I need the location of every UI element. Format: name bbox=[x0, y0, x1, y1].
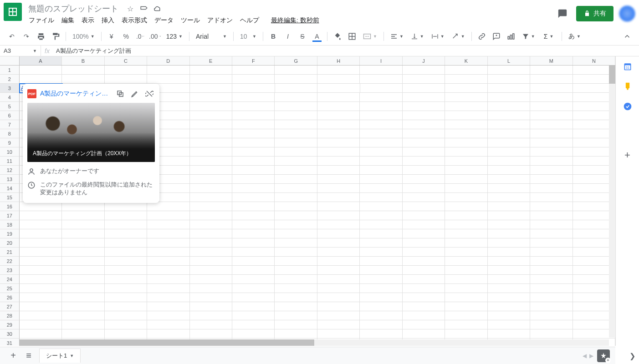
col-header-N[interactable]: N bbox=[573, 56, 615, 65]
cell-D18[interactable] bbox=[147, 220, 189, 229]
cell-L7[interactable] bbox=[488, 120, 530, 129]
cell-B26[interactable] bbox=[62, 293, 104, 302]
cell-E5[interactable] bbox=[190, 102, 232, 111]
last-edit[interactable]: 最終編集: 数秒前 bbox=[268, 15, 322, 26]
cell-F28[interactable] bbox=[232, 311, 275, 320]
cell-G21[interactable] bbox=[275, 248, 317, 257]
cell-A28[interactable] bbox=[20, 311, 62, 320]
cell-G27[interactable] bbox=[275, 302, 317, 311]
menu-edit[interactable]: 編集 bbox=[58, 15, 77, 26]
tasks-icon[interactable] bbox=[623, 102, 632, 111]
menu-view[interactable]: 表示 bbox=[78, 15, 97, 26]
cell-J12[interactable] bbox=[403, 166, 445, 175]
side-panel-collapse-button[interactable]: ❯ bbox=[629, 352, 635, 360]
row-header-24[interactable]: 24 bbox=[0, 275, 20, 284]
cell-H23[interactable] bbox=[317, 266, 360, 275]
merge-button[interactable]: ▼ bbox=[360, 30, 380, 43]
cell-C30[interactable] bbox=[105, 329, 147, 339]
cell-A29[interactable] bbox=[20, 320, 62, 329]
cell-L3[interactable] bbox=[488, 84, 530, 93]
cell-I26[interactable] bbox=[360, 293, 402, 302]
row-header-15[interactable]: 15 bbox=[0, 193, 20, 202]
cell-K20[interactable] bbox=[445, 238, 487, 248]
cell-L19[interactable] bbox=[488, 229, 530, 238]
cell-M20[interactable] bbox=[530, 238, 573, 248]
redo-button[interactable]: ↷ bbox=[20, 30, 33, 43]
cell-M8[interactable] bbox=[530, 129, 573, 138]
cell-C17[interactable] bbox=[105, 211, 147, 220]
rotate-button[interactable]: ▼ bbox=[449, 30, 468, 43]
cell-F9[interactable] bbox=[232, 138, 275, 147]
cell-D26[interactable] bbox=[147, 293, 189, 302]
vertical-scrollbar[interactable] bbox=[609, 66, 615, 338]
account-avatar[interactable] bbox=[619, 5, 635, 22]
row-header-2[interactable]: 2 bbox=[0, 75, 20, 84]
cell-H11[interactable] bbox=[317, 157, 360, 166]
italic-button[interactable]: I bbox=[281, 30, 294, 43]
cell-J10[interactable] bbox=[403, 147, 445, 157]
cell-K17[interactable] bbox=[445, 211, 487, 220]
cell-F23[interactable] bbox=[232, 266, 275, 275]
cell-A1[interactable] bbox=[20, 66, 62, 75]
cell-M7[interactable] bbox=[530, 120, 573, 129]
cell-F11[interactable] bbox=[232, 157, 275, 166]
cell-A2[interactable] bbox=[20, 75, 62, 84]
row-header-7[interactable]: 7 bbox=[0, 120, 20, 129]
cell-D27[interactable] bbox=[147, 302, 189, 311]
cell-F22[interactable] bbox=[232, 257, 275, 266]
collapse-toolbar-button[interactable] bbox=[621, 30, 634, 43]
cell-B28[interactable] bbox=[62, 311, 104, 320]
copy-link-button[interactable] bbox=[115, 88, 126, 99]
cell-H1[interactable] bbox=[317, 66, 360, 75]
cell-K21[interactable] bbox=[445, 248, 487, 257]
cell-K16[interactable] bbox=[445, 202, 487, 211]
increase-decimal-button[interactable]: .00→ bbox=[149, 30, 162, 43]
cell-L13[interactable] bbox=[488, 175, 530, 184]
cell-G7[interactable] bbox=[275, 120, 317, 129]
row-header-14[interactable]: 14 bbox=[0, 184, 20, 193]
cell-E12[interactable] bbox=[190, 166, 232, 175]
cell-F13[interactable] bbox=[232, 175, 275, 184]
cell-J14[interactable] bbox=[403, 184, 445, 193]
currency-button[interactable]: ¥ bbox=[105, 30, 118, 43]
cell-M29[interactable] bbox=[530, 320, 573, 329]
cell-A19[interactable] bbox=[20, 229, 62, 238]
cell-I9[interactable] bbox=[360, 138, 402, 147]
cell-K6[interactable] bbox=[445, 111, 487, 120]
cell-E13[interactable] bbox=[190, 175, 232, 184]
grid[interactable]: ABCDEFGHIJKLMN 123A製品のマーケティング計画456789101… bbox=[0, 56, 615, 346]
cell-L27[interactable] bbox=[488, 302, 530, 311]
cell-M10[interactable] bbox=[530, 147, 573, 157]
cell-J23[interactable] bbox=[403, 266, 445, 275]
cell-M4[interactable] bbox=[530, 93, 573, 102]
cell-J30[interactable] bbox=[403, 329, 445, 339]
cell-L14[interactable] bbox=[488, 184, 530, 193]
cell-D2[interactable] bbox=[147, 75, 189, 84]
cell-F26[interactable] bbox=[232, 293, 275, 302]
cell-B2[interactable] bbox=[62, 75, 104, 84]
cell-F12[interactable] bbox=[232, 166, 275, 175]
cell-K26[interactable] bbox=[445, 293, 487, 302]
percent-button[interactable]: % bbox=[120, 30, 133, 43]
menu-help[interactable]: ヘルプ bbox=[237, 15, 262, 26]
cell-D28[interactable] bbox=[147, 311, 189, 320]
cell-L28[interactable] bbox=[488, 311, 530, 320]
cell-E2[interactable] bbox=[190, 75, 232, 84]
cell-E19[interactable] bbox=[190, 229, 232, 238]
cell-B20[interactable] bbox=[62, 238, 104, 248]
share-button[interactable]: 共有 bbox=[576, 6, 613, 21]
cell-D16[interactable] bbox=[147, 202, 189, 211]
cell-D20[interactable] bbox=[147, 238, 189, 248]
col-header-E[interactable]: E bbox=[190, 56, 232, 65]
h-align-button[interactable]: ▼ bbox=[388, 30, 406, 43]
cell-E15[interactable] bbox=[190, 193, 232, 202]
cell-E4[interactable] bbox=[190, 93, 232, 102]
cell-I5[interactable] bbox=[360, 102, 402, 111]
cell-L22[interactable] bbox=[488, 257, 530, 266]
cell-J28[interactable] bbox=[403, 311, 445, 320]
row-header-10[interactable]: 10 bbox=[0, 147, 20, 157]
ime-button[interactable]: あ▼ bbox=[566, 30, 584, 43]
v-align-button[interactable]: ▼ bbox=[408, 30, 427, 43]
cell-H2[interactable] bbox=[317, 75, 360, 84]
cell-H7[interactable] bbox=[317, 120, 360, 129]
